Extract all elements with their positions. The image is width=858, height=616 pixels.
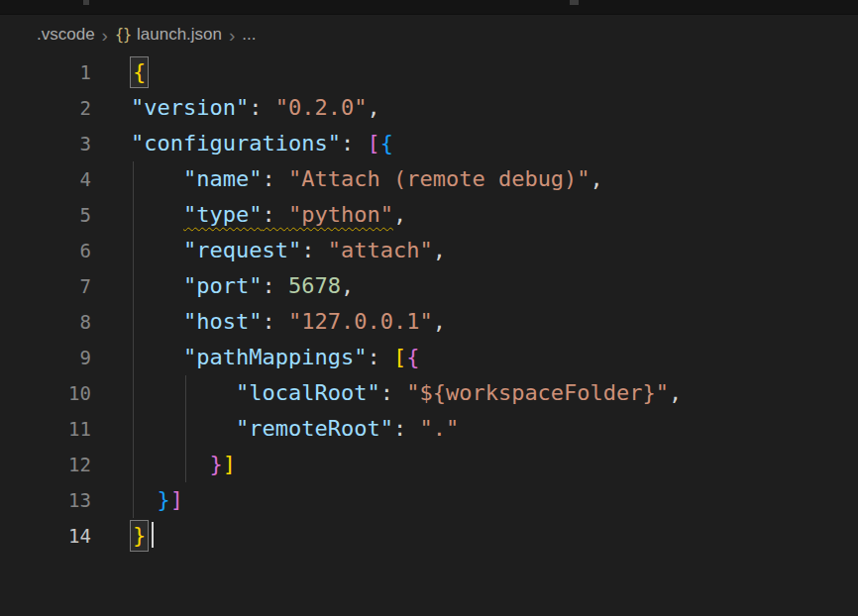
code-token: , [669, 380, 682, 405]
code-line[interactable]: 12 }] [0, 447, 858, 482]
code-token: : [367, 345, 393, 369]
code-token: : [301, 238, 328, 262]
indent-guide [185, 375, 186, 482]
code-text: } [131, 518, 154, 554]
code-text: "remoteRoot": "." [131, 411, 459, 447]
line-number[interactable]: 11 [0, 411, 91, 447]
indent-guide [133, 161, 134, 518]
code-token: "." [419, 416, 459, 441]
code-token: : [262, 309, 288, 334]
line-number[interactable]: 3 [0, 126, 91, 161]
code-token: "configurations" [131, 131, 341, 155]
matched-bracket: } [131, 521, 148, 551]
code-token: : [380, 380, 407, 405]
line-number[interactable]: 9 [0, 340, 91, 375]
code-line[interactable]: 4 "name": "Attach (remote debug)", [0, 161, 858, 197]
line-number[interactable]: 7 [0, 268, 91, 304]
code-token: : [262, 202, 288, 227]
code-token: "type" [183, 202, 262, 227]
code-token: 5678 [288, 273, 341, 298]
code-line[interactable]: 14} [0, 518, 858, 554]
code-token: "${workspaceFolder}" [406, 380, 669, 405]
code-token: , [341, 273, 354, 298]
code-token: } [209, 452, 222, 476]
code-text: "port": 5678, [131, 268, 354, 304]
code-text: "name": "Attach (remote debug)", [131, 161, 603, 197]
code-line[interactable]: 9 "pathMappings": [{ [0, 340, 858, 375]
code-token: "request" [183, 238, 301, 262]
code-token: , [590, 166, 603, 191]
code-line[interactable]: 1{ [0, 54, 858, 90]
breadcrumb-folder[interactable]: .vscode [37, 25, 95, 45]
json-file-icon: {} [115, 26, 131, 44]
code-token: : [341, 131, 368, 155]
line-number[interactable]: 14 [0, 518, 91, 554]
code-token: , [367, 95, 379, 120]
line-number[interactable]: 10 [0, 375, 91, 411]
code-line[interactable]: 2"version": "0.2.0", [0, 90, 858, 126]
code-token: "name" [183, 166, 262, 191]
text-cursor [152, 522, 154, 548]
code-token: "pathMappings" [183, 345, 367, 369]
breadcrumb-file[interactable]: launch.json [137, 25, 222, 45]
tab-separator [570, 0, 579, 5]
code-line[interactable]: 3"configurations": [{ [0, 126, 858, 161]
code-token: "attach" [328, 238, 433, 262]
code-token: [ [367, 131, 379, 155]
code-token: "localRoot" [236, 380, 380, 405]
code-line[interactable]: 13 }] [0, 482, 858, 518]
line-number[interactable]: 4 [0, 161, 91, 197]
code-token: "port" [183, 273, 262, 298]
line-number[interactable]: 8 [0, 304, 91, 340]
code-lines: 1{2"version": "0.2.0",3"configurations":… [0, 54, 858, 554]
code-line[interactable]: 10 "localRoot": "${workspaceFolder}", [0, 375, 858, 411]
code-token: { [406, 345, 419, 369]
code-token: "Attach (remote debug)" [288, 166, 590, 191]
code-line[interactable]: 6 "request": "attach", [0, 233, 858, 268]
code-token: "host" [183, 309, 262, 334]
chevron-right-icon: › [102, 26, 108, 45]
code-text: "localRoot": "${workspaceFolder}", [131, 375, 682, 411]
code-token: ] [223, 452, 236, 476]
code-token: : [262, 166, 288, 191]
tab-separator [83, 0, 89, 5]
code-token: "remoteRoot" [236, 416, 393, 441]
code-line[interactable]: 5 "type": "python", [0, 197, 858, 233]
code-text: { [131, 54, 148, 90]
line-number[interactable]: 12 [0, 447, 91, 482]
code-token: : [393, 416, 420, 441]
code-text: }] [131, 482, 183, 518]
line-number[interactable]: 6 [0, 233, 91, 268]
code-token: , [433, 309, 446, 334]
code-text: }] [131, 447, 236, 482]
code-token: ] [170, 487, 183, 512]
code-token: "0.2.0" [275, 95, 368, 120]
code-line[interactable]: 7 "port": 5678, [0, 268, 858, 304]
code-line[interactable]: 8 "host": "127.0.0.1", [0, 304, 858, 340]
code-token: "python" [288, 202, 393, 227]
code-token: , [393, 202, 406, 227]
code-token: , [433, 238, 446, 262]
code-token: : [249, 95, 275, 120]
code-text: "request": "attach", [131, 233, 446, 268]
code-token: "127.0.0.1" [288, 309, 433, 334]
tab-bar-edge [0, 0, 858, 15]
line-number[interactable]: 1 [0, 54, 91, 90]
code-token: } [158, 487, 170, 512]
code-text: "configurations": [{ [131, 126, 393, 161]
code-text: "type": "python", [131, 197, 406, 233]
line-number[interactable]: 2 [0, 90, 91, 126]
code-token: : [262, 273, 288, 298]
line-number[interactable]: 13 [0, 482, 91, 518]
editor[interactable]: 1{2"version": "0.2.0",3"configurations":… [0, 54, 858, 554]
code-token: { [380, 131, 393, 155]
chevron-right-icon: › [229, 26, 235, 45]
line-number[interactable]: 5 [0, 197, 91, 233]
breadcrumb-more[interactable]: ... [242, 25, 256, 45]
breadcrumb: .vscode › {} launch.json › ... [0, 15, 858, 54]
code-line[interactable]: 11 "remoteRoot": "." [0, 411, 858, 447]
code-text: "version": "0.2.0", [131, 90, 380, 126]
code-token: "version" [131, 95, 249, 120]
matched-bracket: { [131, 57, 148, 87]
code-text: "host": "127.0.0.1", [131, 304, 446, 340]
